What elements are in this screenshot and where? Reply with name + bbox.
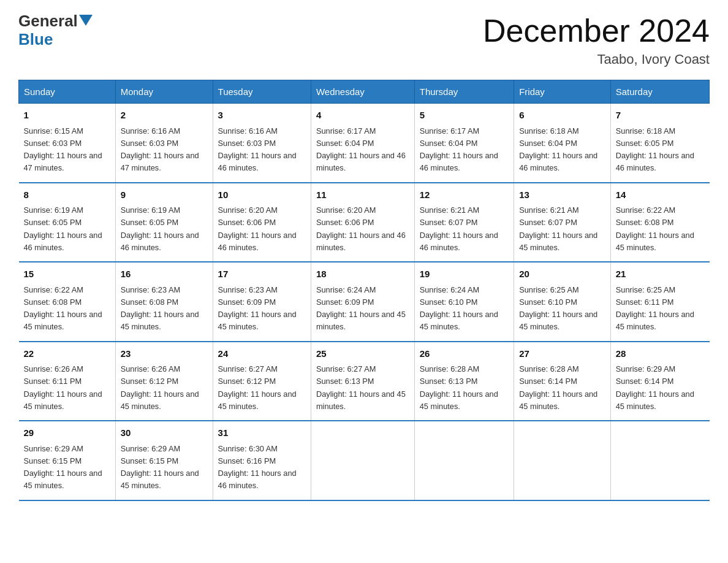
calendar-day-cell: 31Sunrise: 6:30 AMSunset: 6:16 PMDayligh…: [213, 421, 311, 500]
day-info: Sunrise: 6:17 AMSunset: 6:04 PMDaylight:…: [420, 126, 498, 173]
calendar-week-row: 22Sunrise: 6:26 AMSunset: 6:11 PMDayligh…: [19, 342, 710, 421]
day-number: 15: [24, 267, 110, 282]
day-info: Sunrise: 6:30 AMSunset: 6:16 PMDaylight:…: [218, 444, 297, 491]
calendar-day-cell: 14Sunrise: 6:22 AMSunset: 6:08 PMDayligh…: [610, 183, 709, 262]
title-block: December 2024 Taabo, Ivory Coast: [483, 12, 710, 67]
day-info: Sunrise: 6:29 AMSunset: 6:15 PMDaylight:…: [24, 444, 102, 491]
day-number: 22: [24, 347, 110, 361]
day-info: Sunrise: 6:16 AMSunset: 6:03 PMDaylight:…: [121, 126, 199, 173]
day-number: 12: [420, 188, 509, 202]
calendar-day-cell: 21Sunrise: 6:25 AMSunset: 6:11 PMDayligh…: [610, 262, 709, 342]
calendar-day-cell: 12Sunrise: 6:21 AMSunset: 6:07 PMDayligh…: [414, 183, 514, 262]
calendar-week-row: 29Sunrise: 6:29 AMSunset: 6:15 PMDayligh…: [19, 421, 710, 500]
calendar-day-cell: 11Sunrise: 6:20 AMSunset: 6:06 PMDayligh…: [311, 183, 414, 262]
day-number: 30: [121, 426, 208, 440]
calendar-day-cell: 16Sunrise: 6:23 AMSunset: 6:08 PMDayligh…: [115, 262, 213, 342]
calendar-day-cell: 8Sunrise: 6:19 AMSunset: 6:05 PMDaylight…: [19, 183, 116, 262]
calendar-day-cell: 7Sunrise: 6:18 AMSunset: 6:05 PMDaylight…: [610, 104, 709, 183]
day-info: Sunrise: 6:29 AMSunset: 6:14 PMDaylight:…: [616, 364, 694, 411]
day-number: 6: [519, 109, 605, 123]
subtitle: Taabo, Ivory Coast: [483, 52, 710, 67]
day-number: 1: [24, 109, 110, 123]
calendar-header-row: SundayMondayTuesdayWednesdayThursdayFrid…: [19, 80, 710, 104]
day-info: Sunrise: 6:25 AMSunset: 6:10 PMDaylight:…: [519, 285, 597, 332]
day-info: Sunrise: 6:20 AMSunset: 6:06 PMDaylight:…: [218, 205, 297, 252]
header-thursday: Thursday: [414, 80, 514, 104]
day-info: Sunrise: 6:19 AMSunset: 6:05 PMDaylight:…: [24, 205, 102, 252]
day-number: 28: [616, 347, 705, 361]
day-number: 3: [218, 109, 306, 123]
calendar-empty-cell: [414, 421, 514, 500]
day-info: Sunrise: 6:19 AMSunset: 6:05 PMDaylight:…: [121, 205, 199, 252]
day-number: 23: [121, 347, 208, 361]
day-number: 21: [616, 267, 705, 282]
day-number: 7: [616, 109, 705, 123]
day-number: 5: [420, 109, 509, 123]
calendar-day-cell: 25Sunrise: 6:27 AMSunset: 6:13 PMDayligh…: [311, 342, 414, 421]
calendar-empty-cell: [514, 421, 611, 500]
day-number: 2: [121, 109, 208, 123]
calendar-empty-cell: [610, 421, 709, 500]
day-number: 20: [519, 267, 605, 282]
day-info: Sunrise: 6:22 AMSunset: 6:08 PMDaylight:…: [24, 285, 102, 332]
calendar-day-cell: 13Sunrise: 6:21 AMSunset: 6:07 PMDayligh…: [514, 183, 611, 262]
calendar-day-cell: 17Sunrise: 6:23 AMSunset: 6:09 PMDayligh…: [213, 262, 311, 342]
day-info: Sunrise: 6:23 AMSunset: 6:08 PMDaylight:…: [121, 285, 199, 332]
day-number: 16: [121, 267, 208, 282]
day-info: Sunrise: 6:18 AMSunset: 6:04 PMDaylight:…: [519, 126, 597, 173]
page-title: December 2024: [483, 12, 710, 49]
day-number: 19: [420, 267, 509, 282]
calendar-day-cell: 30Sunrise: 6:29 AMSunset: 6:15 PMDayligh…: [115, 421, 213, 500]
calendar-day-cell: 18Sunrise: 6:24 AMSunset: 6:09 PMDayligh…: [311, 262, 414, 342]
day-number: 24: [218, 347, 306, 361]
calendar-day-cell: 24Sunrise: 6:27 AMSunset: 6:12 PMDayligh…: [213, 342, 311, 421]
calendar-day-cell: 28Sunrise: 6:29 AMSunset: 6:14 PMDayligh…: [610, 342, 709, 421]
day-info: Sunrise: 6:28 AMSunset: 6:13 PMDaylight:…: [420, 364, 498, 411]
day-info: Sunrise: 6:27 AMSunset: 6:13 PMDaylight:…: [316, 364, 406, 411]
header-wednesday: Wednesday: [311, 80, 414, 104]
day-info: Sunrise: 6:16 AMSunset: 6:03 PMDaylight:…: [218, 126, 297, 173]
calendar-day-cell: 29Sunrise: 6:29 AMSunset: 6:15 PMDayligh…: [19, 421, 116, 500]
day-info: Sunrise: 6:26 AMSunset: 6:11 PMDaylight:…: [24, 364, 102, 411]
day-info: Sunrise: 6:29 AMSunset: 6:15 PMDaylight:…: [121, 444, 199, 491]
day-info: Sunrise: 6:20 AMSunset: 6:06 PMDaylight:…: [316, 205, 406, 252]
header-tuesday: Tuesday: [213, 80, 311, 104]
calendar-day-cell: 19Sunrise: 6:24 AMSunset: 6:10 PMDayligh…: [414, 262, 514, 342]
calendar-empty-cell: [311, 421, 414, 500]
day-number: 9: [121, 188, 208, 202]
calendar-day-cell: 5Sunrise: 6:17 AMSunset: 6:04 PMDaylight…: [414, 104, 514, 183]
day-info: Sunrise: 6:27 AMSunset: 6:12 PMDaylight:…: [218, 364, 297, 411]
day-info: Sunrise: 6:21 AMSunset: 6:07 PMDaylight:…: [420, 205, 498, 252]
header-saturday: Saturday: [610, 80, 709, 104]
day-info: Sunrise: 6:24 AMSunset: 6:09 PMDaylight:…: [316, 285, 406, 332]
calendar-day-cell: 20Sunrise: 6:25 AMSunset: 6:10 PMDayligh…: [514, 262, 611, 342]
day-number: 26: [420, 347, 509, 361]
day-number: 11: [316, 188, 409, 202]
header-friday: Friday: [514, 80, 611, 104]
day-number: 27: [519, 347, 605, 361]
calendar-table: SundayMondayTuesdayWednesdayThursdayFrid…: [18, 80, 710, 501]
day-info: Sunrise: 6:22 AMSunset: 6:08 PMDaylight:…: [616, 205, 694, 252]
day-number: 29: [24, 426, 110, 440]
header-sunday: Sunday: [19, 80, 116, 104]
calendar-day-cell: 27Sunrise: 6:28 AMSunset: 6:14 PMDayligh…: [514, 342, 611, 421]
day-info: Sunrise: 6:18 AMSunset: 6:05 PMDaylight:…: [616, 126, 694, 173]
logo-triangle-icon: [79, 15, 93, 26]
logo: General Blue: [18, 12, 93, 49]
calendar-day-cell: 23Sunrise: 6:26 AMSunset: 6:12 PMDayligh…: [115, 342, 213, 421]
calendar-week-row: 15Sunrise: 6:22 AMSunset: 6:08 PMDayligh…: [19, 262, 710, 342]
day-number: 31: [218, 426, 306, 440]
page-header: General Blue December 2024 Taabo, Ivory …: [18, 12, 710, 67]
day-number: 13: [519, 188, 605, 202]
calendar-day-cell: 1Sunrise: 6:15 AMSunset: 6:03 PMDaylight…: [19, 104, 116, 183]
day-number: 10: [218, 188, 306, 202]
day-info: Sunrise: 6:26 AMSunset: 6:12 PMDaylight:…: [121, 364, 199, 411]
calendar-day-cell: 4Sunrise: 6:17 AMSunset: 6:04 PMDaylight…: [311, 104, 414, 183]
logo-blue: Blue: [18, 30, 53, 49]
header-monday: Monday: [115, 80, 213, 104]
calendar-day-cell: 26Sunrise: 6:28 AMSunset: 6:13 PMDayligh…: [414, 342, 514, 421]
calendar-day-cell: 15Sunrise: 6:22 AMSunset: 6:08 PMDayligh…: [19, 262, 116, 342]
day-number: 17: [218, 267, 306, 282]
calendar-day-cell: 10Sunrise: 6:20 AMSunset: 6:06 PMDayligh…: [213, 183, 311, 262]
day-info: Sunrise: 6:24 AMSunset: 6:10 PMDaylight:…: [420, 285, 498, 332]
